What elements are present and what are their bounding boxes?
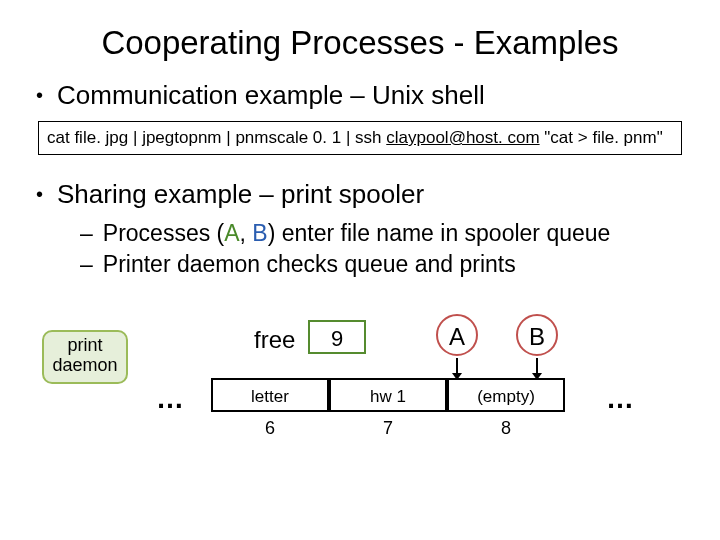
ellipsis-right: …	[606, 383, 634, 415]
bullet-communication-text: Communication example – Unix shell	[57, 80, 485, 111]
pd-line2: daemon	[52, 355, 117, 375]
queue-cell: (empty)	[447, 378, 565, 412]
dash-icon: –	[80, 220, 93, 247]
sub1-a: A	[224, 220, 239, 246]
bullet-sharing: • Sharing example – print spooler	[36, 179, 684, 210]
free-label: free	[254, 326, 295, 354]
code-suffix: "cat > file. pnm"	[540, 128, 663, 147]
spooler-diagram: print daemon free 9 A B … … letter hw 1 …	[36, 288, 684, 458]
dash-icon: –	[80, 251, 93, 278]
sub1-post: ) enter file name in spooler queue	[268, 220, 611, 246]
queue-cell: hw 1	[329, 378, 447, 412]
queue-index: 8	[447, 418, 565, 439]
pd-line1: print	[67, 335, 102, 355]
code-prefix: cat file. jpg | jpegtopnm | pnmscale 0. …	[47, 128, 386, 147]
arrow-b-icon	[536, 358, 538, 378]
subbullet-printer: – Printer daemon checks queue and prints	[80, 251, 684, 278]
subbullet-processes: – Processes (A, B) enter file name in sp…	[80, 220, 684, 247]
process-b: B	[516, 314, 558, 356]
sub1-b: B	[252, 220, 267, 246]
code-host: claypool@host. com	[386, 128, 539, 147]
bullet-sharing-text: Sharing example – print spooler	[57, 179, 424, 210]
sub1-mid: ,	[240, 220, 253, 246]
bullet-communication: • Communication example – Unix shell	[36, 80, 684, 111]
slide-title: Cooperating Processes - Examples	[36, 24, 684, 62]
process-a: A	[436, 314, 478, 356]
queue-index: 6	[211, 418, 329, 439]
free-value-box: 9	[308, 320, 366, 354]
queue-cell: letter	[211, 378, 329, 412]
arrow-a-icon	[456, 358, 458, 378]
print-daemon-box: print daemon	[42, 330, 128, 384]
bullet-dot-icon: •	[36, 84, 43, 107]
ellipsis-left: …	[156, 383, 184, 415]
shell-command-box: cat file. jpg | jpegtopnm | pnmscale 0. …	[38, 121, 682, 155]
sub2-text: Printer daemon checks queue and prints	[103, 251, 516, 278]
bullet-dot-icon: •	[36, 183, 43, 206]
queue-index: 7	[329, 418, 447, 439]
sub1-pre: Processes (	[103, 220, 224, 246]
